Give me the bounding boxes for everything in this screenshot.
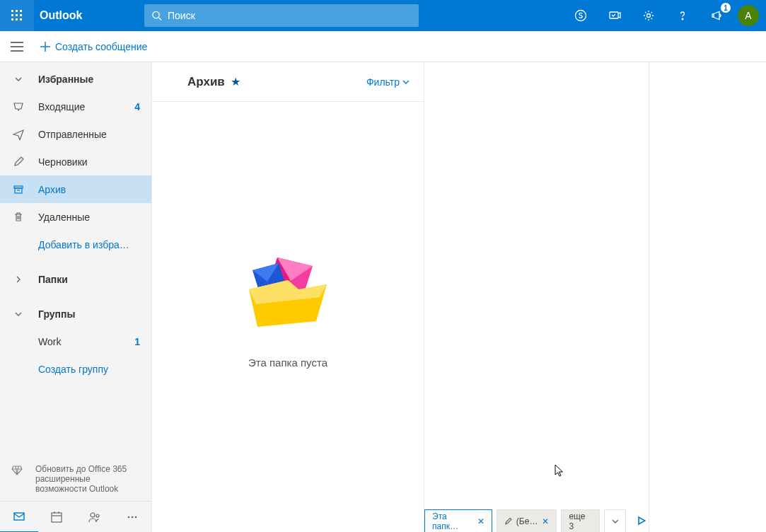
add-favorite-label: Добавить в избра… (38, 239, 140, 250)
pencil-icon (504, 517, 512, 526)
filter-button[interactable]: Фильтр (366, 76, 410, 88)
search-box[interactable] (144, 4, 419, 27)
teams-button[interactable] (598, 0, 632, 31)
notifications-button[interactable]: 1 (700, 0, 733, 31)
notification-badge: 1 (721, 3, 731, 13)
tab-1-label: Эта папк… (432, 511, 473, 531)
svg-rect-6 (11, 18, 13, 21)
hamburger-icon (11, 42, 23, 52)
app-header: Outlook 1 A (0, 0, 766, 31)
sent-icon (13, 129, 24, 140)
sidebar-item-sent[interactable]: Отправленные (0, 120, 151, 148)
more-icon (126, 511, 139, 524)
folders-header[interactable]: Папки (0, 265, 151, 293)
account-avatar[interactable]: A (738, 5, 759, 26)
cursor-icon (555, 464, 564, 477)
inbox-label: Входящие (38, 101, 134, 112)
folders-label: Папки (38, 274, 140, 285)
upgrade-link[interactable]: Обновить до Office 365 расширенные возмо… (0, 457, 151, 501)
play-icon (637, 516, 646, 525)
calendar-icon (50, 511, 63, 524)
right-gutter (649, 62, 766, 532)
module-people[interactable] (76, 502, 114, 533)
sidebar-item-archive[interactable]: Архив (0, 175, 151, 203)
sidebar-item-deleted[interactable]: Удаленные (0, 203, 151, 231)
tab-2[interactable]: (Бе… ✕ (497, 509, 557, 532)
svg-rect-4 (16, 14, 18, 16)
hamburger-button[interactable] (0, 31, 34, 62)
svg-rect-3 (11, 14, 13, 16)
sidebar-item-drafts[interactable]: Черновики (0, 148, 151, 175)
add-favorite-link[interactable]: Добавить в избра… (0, 231, 151, 258)
chevron-down-icon (402, 79, 410, 86)
svg-point-28 (91, 513, 95, 517)
inbox-count: 4 (134, 101, 140, 112)
close-icon[interactable]: ✕ (477, 516, 484, 526)
help-button[interactable] (666, 0, 700, 31)
help-icon (676, 9, 689, 22)
groups-label: Группы (38, 308, 140, 320)
tabs-expand[interactable] (604, 509, 626, 532)
skype-button[interactable] (564, 0, 598, 31)
favorites-header[interactable]: Избранные (0, 65, 151, 93)
mail-icon (13, 510, 25, 523)
reading-pane: Эта папк… ✕ (Бе… ✕ еще 3 (424, 62, 649, 532)
people-icon (88, 511, 101, 524)
new-message-button[interactable]: Создать сообщение (34, 31, 153, 62)
favorites-label: Избранные (38, 74, 140, 85)
tab-2-label: (Бе… (516, 516, 538, 526)
archive-label: Архив (38, 184, 140, 195)
chevron-down-icon (611, 517, 620, 526)
favorite-star-icon[interactable]: ★ (231, 75, 240, 88)
folder-sidebar: Избранные Входящие 4 Отправленные Чернов… (0, 62, 151, 532)
tab-overflow[interactable]: еще 3 (561, 509, 600, 532)
svg-marker-38 (639, 517, 645, 524)
empty-folder-illustration (242, 243, 334, 335)
drafts-label: Черновики (38, 156, 140, 168)
diamond-icon (11, 464, 23, 475)
group-work-count: 1 (134, 336, 140, 347)
svg-point-32 (135, 516, 137, 518)
megaphone-icon (710, 9, 723, 22)
settings-button[interactable] (632, 0, 666, 31)
promo-indicator[interactable] (634, 516, 649, 525)
group-work[interactable]: Work 1 (0, 328, 151, 355)
empty-message: Эта папка пуста (248, 357, 327, 369)
search-input[interactable] (168, 10, 412, 21)
empty-state: Эта папка пуста (152, 102, 424, 532)
svg-rect-5 (20, 14, 22, 16)
app-name[interactable]: Outlook (34, 9, 140, 22)
draft-tabs: Эта папк… ✕ (Бе… ✕ еще 3 (424, 509, 649, 532)
module-more[interactable] (114, 502, 152, 533)
drafts-icon (13, 156, 24, 168)
skype-icon (574, 9, 587, 22)
filter-label: Фильтр (366, 76, 400, 88)
inbox-icon (13, 101, 24, 112)
groups-header[interactable]: Группы (0, 300, 151, 328)
module-mail[interactable] (0, 502, 38, 533)
plus-icon (40, 41, 51, 52)
svg-point-9 (153, 11, 159, 18)
svg-rect-2 (20, 10, 22, 12)
module-calendar[interactable] (38, 502, 76, 533)
app-launcher-button[interactable] (0, 0, 34, 31)
send-status-icon (608, 9, 621, 22)
create-group-link[interactable]: Создать группу (0, 355, 151, 383)
folder-title: Архив (187, 75, 225, 89)
svg-point-29 (96, 514, 99, 517)
svg-line-10 (158, 18, 161, 21)
tab-overflow-label: еще 3 (569, 511, 592, 531)
close-icon[interactable]: ✕ (542, 516, 549, 526)
svg-point-14 (682, 18, 683, 20)
svg-rect-8 (20, 18, 22, 21)
svg-point-31 (132, 516, 134, 518)
chevron-down-icon (14, 310, 23, 318)
gear-icon (642, 9, 655, 22)
svg-rect-24 (52, 513, 62, 522)
svg-point-30 (128, 516, 130, 518)
svg-rect-23 (14, 513, 24, 520)
new-message-label: Создать сообщение (55, 41, 147, 52)
sidebar-item-inbox[interactable]: Входящие 4 (0, 93, 151, 120)
tab-1[interactable]: Эта папк… ✕ (424, 509, 492, 532)
svg-rect-7 (16, 18, 18, 21)
